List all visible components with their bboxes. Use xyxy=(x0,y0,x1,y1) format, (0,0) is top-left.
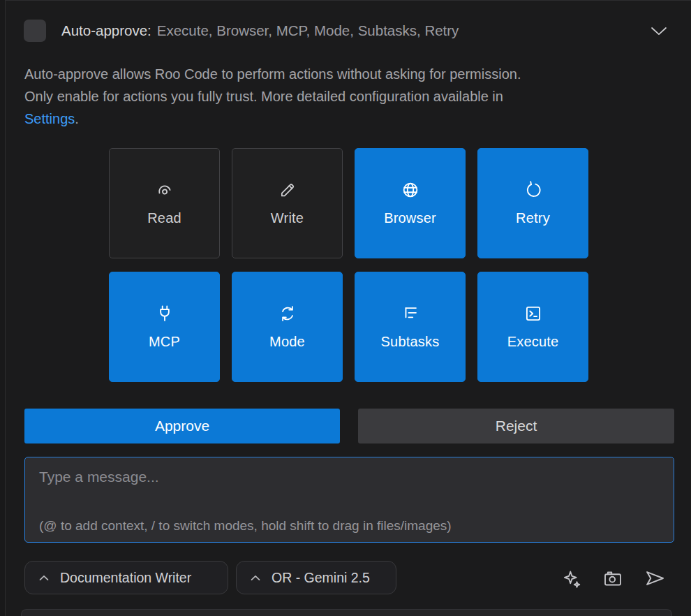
auto-approve-description: Auto-approve allows Roo Code to perform … xyxy=(24,63,660,130)
chevron-down-icon[interactable] xyxy=(649,26,669,37)
toggle-mcp[interactable]: MCP xyxy=(109,272,220,382)
description-line-2: Only enable for actions you fully trust.… xyxy=(24,85,660,108)
auto-approve-summary: Execute, Browser, MCP, Mode, Subtasks, R… xyxy=(157,22,459,39)
approve-label: Approve xyxy=(155,418,209,434)
panel-top-divider xyxy=(0,0,691,1)
description-line-1: Auto-approve allows Roo Code to perform … xyxy=(24,63,660,85)
chevron-up-icon xyxy=(250,574,261,582)
reject-label: Reject xyxy=(496,418,537,434)
mode-selector[interactable]: Documentation Writer xyxy=(24,561,228,594)
panel-left-edge xyxy=(0,0,6,616)
chevron-up-icon xyxy=(38,574,50,582)
toggle-browser[interactable]: Browser xyxy=(355,148,466,258)
eye-icon xyxy=(155,180,174,200)
toggle-write[interactable]: Write xyxy=(232,148,343,258)
toggle-read[interactable]: Read xyxy=(109,148,220,258)
camera-icon[interactable] xyxy=(600,567,625,591)
toggle-mode[interactable]: Mode xyxy=(232,272,343,382)
model-selector-label: OR - Gemini 2.5 xyxy=(272,570,370,586)
pencil-icon xyxy=(278,180,297,200)
toggle-label: Write xyxy=(271,210,304,226)
auto-approve-panel: Auto-approve: Execute, Browser, MCP, Mod… xyxy=(0,0,691,616)
sync-icon xyxy=(278,304,297,323)
approve-button[interactable]: Approve xyxy=(24,409,340,443)
auto-approve-title: Auto-approve: xyxy=(61,22,151,39)
plug-icon xyxy=(155,304,174,323)
retry-icon xyxy=(523,180,543,200)
mode-selector-label: Documentation Writer xyxy=(60,570,191,586)
toggle-label: Browser xyxy=(384,210,436,226)
globe-icon xyxy=(401,180,420,200)
auto-approve-header[interactable]: Auto-approve: Execute, Browser, MCP, Mod… xyxy=(61,20,459,42)
toggle-label: Retry xyxy=(516,210,550,226)
enhance-prompt-icon[interactable] xyxy=(560,567,584,591)
description-period: . xyxy=(75,111,79,126)
message-composer: (@ to add context, / to switch modes, ho… xyxy=(24,457,674,543)
toggle-retry[interactable]: Retry xyxy=(477,148,588,258)
toggle-execute[interactable]: Execute xyxy=(477,272,588,382)
list-tree-icon xyxy=(401,304,420,323)
settings-link[interactable]: Settings xyxy=(24,111,75,126)
next-section-edge xyxy=(21,609,672,616)
toggle-label: MCP xyxy=(149,334,180,350)
message-input[interactable] xyxy=(25,457,674,542)
toggle-label: Mode xyxy=(269,334,305,350)
send-icon[interactable] xyxy=(641,566,669,591)
reject-button[interactable]: Reject xyxy=(358,409,674,443)
toggle-label: Subtasks xyxy=(381,334,440,350)
toggle-subtasks[interactable]: Subtasks xyxy=(355,272,466,382)
terminal-icon xyxy=(523,304,543,323)
toggle-label: Execute xyxy=(507,334,559,350)
toggle-label: Read xyxy=(147,210,181,226)
auto-approve-checkbox[interactable] xyxy=(24,20,46,42)
model-selector[interactable]: OR - Gemini 2.5 xyxy=(236,561,396,594)
description-line-3: Settings. xyxy=(24,108,660,130)
